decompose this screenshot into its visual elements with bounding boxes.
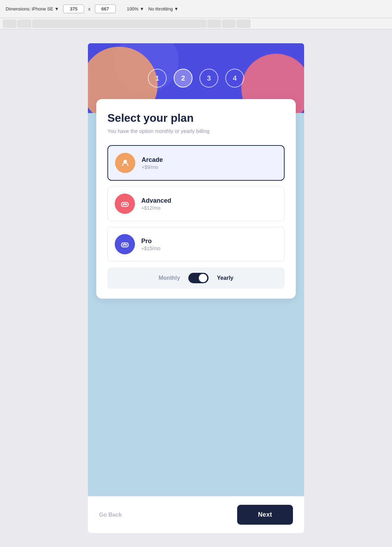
card-subtitle: You have the option monthly or yearly bi…: [107, 128, 285, 134]
plan-pro[interactable]: Pro +$15/mo: [107, 227, 285, 262]
main-area: 1 2 3 4 Select your plan You have the op…: [0, 29, 392, 547]
advanced-name: Advanced: [141, 197, 171, 204]
steps-row: 1 2 3 4: [148, 69, 244, 88]
white-card: Select your plan You have the option mon…: [96, 99, 296, 299]
card-title: Select your plan: [107, 112, 285, 125]
svg-rect-10: [124, 244, 126, 245]
yearly-label: Yearly: [217, 275, 233, 281]
arcade-plan-text: Arcade +$9/mo: [142, 156, 163, 170]
advanced-plan-text: Advanced +$12/mo: [141, 197, 171, 211]
arcade-price: +$9/mo: [142, 164, 163, 170]
next-button[interactable]: Next: [237, 505, 293, 525]
step-1[interactable]: 1: [148, 69, 167, 88]
advanced-price: +$12/mo: [141, 205, 171, 211]
step-4[interactable]: 4: [225, 69, 244, 88]
throttle-label[interactable]: No throttling ▼: [148, 6, 179, 12]
cross-symbol: x: [88, 6, 91, 12]
advanced-icon: [115, 194, 135, 214]
zoom-label[interactable]: 100% ▼: [127, 6, 144, 12]
arcade-icon: [115, 153, 135, 173]
pro-plan-text: Pro +$15/mo: [141, 238, 160, 251]
devtools-bar: Dimensions: iPhone SE ▼ x 100% ▼ No thro…: [0, 0, 392, 18]
height-input[interactable]: [95, 5, 116, 13]
tab-3[interactable]: [32, 20, 206, 28]
tab-2[interactable]: [17, 20, 31, 28]
arcade-name: Arcade: [142, 156, 163, 164]
tab-4[interactable]: [207, 20, 221, 28]
tab-1[interactable]: [3, 20, 17, 28]
pro-price: +$15/mo: [141, 246, 160, 251]
monthly-label: Monthly: [159, 275, 180, 281]
plan-arcade[interactable]: Arcade +$9/mo: [107, 145, 285, 181]
pro-name: Pro: [141, 238, 160, 245]
width-input[interactable]: [63, 5, 84, 13]
tab-5[interactable]: [222, 20, 236, 28]
tab-6[interactable]: [236, 20, 250, 28]
bottom-bar: Go Back Next: [88, 496, 304, 533]
spacer: [88, 299, 304, 496]
pro-icon: [115, 234, 135, 254]
billing-toggle[interactable]: [188, 273, 209, 283]
phone-container: 1 2 3 4 Select your plan You have the op…: [88, 43, 304, 533]
dimension-label[interactable]: Dimensions: iPhone SE ▼: [6, 6, 59, 12]
tabs-row: [0, 18, 392, 29]
step-2[interactable]: 2: [174, 69, 193, 88]
svg-rect-5: [124, 204, 126, 204]
go-back-button[interactable]: Go Back: [99, 512, 122, 518]
toggle-row: Monthly Yearly: [107, 267, 285, 289]
step-3[interactable]: 3: [199, 69, 218, 88]
toggle-knob: [199, 274, 207, 282]
plan-advanced[interactable]: Advanced +$12/mo: [107, 186, 285, 221]
